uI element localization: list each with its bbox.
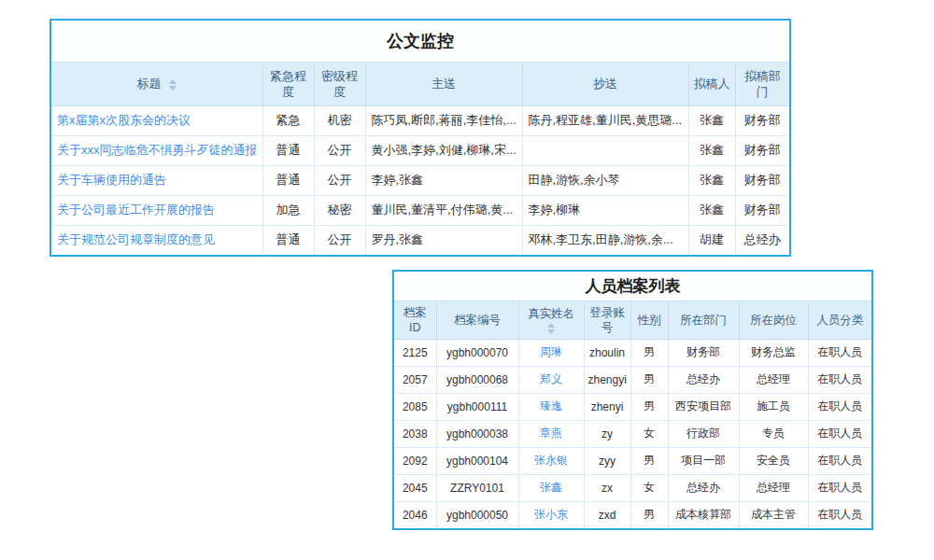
person-name-link[interactable]: 臻逸 [540,399,562,413]
draft-dept-cell: 总经办 [735,225,789,255]
col-header-title-label: 标题 [136,77,161,91]
table-row: 关于车辆使用的通告 普通 公开 李婷,张鑫 田静,游恢,余小琴 张鑫 财务部 [51,165,789,195]
doc-title-link[interactable]: 关于车辆使用的通告 [57,173,166,187]
table-row: 2125 ygbh000070 周琳 zhoulin 男 财务部 财务总监 在职… [394,339,871,366]
table-row: 关于公司最近工作开展的报告 加急 秘密 董川民,董清平,付伟璐,黄... 李婷,… [51,195,789,225]
secrecy-cell: 公开 [314,135,365,165]
category-cell: 在职人员 [808,420,871,447]
dept-cell: 总经办 [668,366,739,393]
person-name-link[interactable]: 郑义 [540,372,562,385]
col-header-dept: 所在部门 [668,301,739,339]
drafter-cell: 张鑫 [688,165,735,195]
doc-title-link[interactable]: 第x届第x次股东会的决议 [57,113,191,127]
doc-title-link[interactable]: 关于公司最近工作开展的报告 [57,203,215,217]
doc-title-cell: 关于规范公司规章制度的意见 [51,225,262,255]
doc-title-link[interactable]: 关于规范公司规章制度的意见 [57,232,215,246]
main-to-cell: 黄小强,李婷,刘健,柳琳,宋... [365,135,522,165]
doc-title-cell: 关于公司最近工作开展的报告 [51,195,262,225]
post-cell: 总经理 [739,474,808,501]
col-header-drafter: 拟稿人 [688,63,735,105]
archive-code-cell: ygbh000050 [436,501,518,528]
archive-id-cell: 2092 [394,447,436,474]
personnel-header-row: 档案ID 档案编号 真实姓名 登录账号 性别 所在部门 所在岗位 人员分类 [394,301,871,339]
table-row: 2046 ygbh000050 张小东 zxd 男 成本核算部 成本主管 在职人… [394,501,871,528]
gender-cell: 男 [630,393,668,420]
urgency-cell: 加急 [262,195,314,225]
person-name-link[interactable]: 周琳 [540,345,562,358]
archive-id-cell: 2085 [394,393,436,420]
drafter-cell: 张鑫 [688,105,735,135]
personnel-archive-title: 人员档案列表 [394,272,871,301]
col-header-cc: 抄送 [522,63,688,105]
account-cell: zhenyi [584,393,630,420]
person-name-link[interactable]: 章燕 [540,427,562,440]
account-cell: zxd [584,501,630,528]
sort-icon[interactable] [523,323,580,334]
category-cell: 在职人员 [808,447,871,474]
archive-code-cell: ygbh000070 [436,339,518,366]
cc-cell [522,135,688,165]
col-header-archive-code: 档案编号 [436,301,518,339]
cc-cell: 陈丹,程亚雄,董川民,黄思璐... [522,105,688,135]
gender-cell: 男 [630,366,668,393]
draft-dept-cell: 财务部 [735,195,789,225]
doc-header-row: 标题 紧急程度 密级程度 主送 抄送 拟稿人 拟稿部门 [51,63,789,105]
gender-cell: 女 [630,474,668,501]
table-row: 2085 ygbh000111 臻逸 zhenyi 男 西安项目部 施工员 在职… [394,393,871,420]
name-cell: 张小东 [518,501,584,528]
name-cell: 周琳 [518,339,584,366]
dept-cell: 项目一部 [668,447,739,474]
sort-icon[interactable] [169,79,177,91]
col-header-real-name-label: 真实姓名 [528,307,574,320]
table-row: 第x届第x次股东会的决议 紧急 机密 陈巧凤,断郎,蒋丽,李佳怡,... 陈丹,… [51,105,789,135]
archive-id-cell: 2046 [394,501,436,528]
dept-cell: 行政部 [668,420,739,447]
person-name-link[interactable]: 张小东 [534,508,568,521]
col-header-title[interactable]: 标题 [51,63,262,105]
account-cell: zx [584,474,630,501]
doc-title-cell: 关于车辆使用的通告 [51,165,262,195]
table-row: 2057 ygbh000068 郑义 zhengyi 男 总经办 总经理 在职人… [394,366,871,393]
col-header-urgency: 紧急程度 [262,63,314,105]
col-header-main-to: 主送 [365,63,522,105]
table-row: 2038 ygbh000038 章燕 zy 女 行政部 专员 在职人员 [394,420,871,447]
gender-cell: 女 [630,420,668,447]
col-header-gender: 性别 [630,301,668,339]
category-cell: 在职人员 [808,501,871,528]
name-cell: 章燕 [518,420,584,447]
col-header-real-name[interactable]: 真实姓名 [518,301,584,339]
table-row: 2092 ygbh000104 张永银 zyy 男 项目一部 安全员 在职人员 [394,447,871,474]
post-cell: 安全员 [739,447,808,474]
cc-cell: 李婷,柳琳 [522,195,688,225]
category-cell: 在职人员 [808,366,871,393]
drafter-cell: 张鑫 [688,135,735,165]
archive-id-cell: 2125 [394,339,436,366]
dept-cell: 西安项目部 [668,393,739,420]
name-cell: 臻逸 [518,393,584,420]
post-cell: 财务总监 [739,339,808,366]
draft-dept-cell: 财务部 [735,105,789,135]
archive-id-cell: 2038 [394,420,436,447]
drafter-cell: 胡建 [688,225,735,255]
doc-title-link[interactable]: 关于xxx同志临危不惧勇斗歹徒的通报 [57,143,258,157]
draft-dept-cell: 财务部 [735,165,789,195]
secrecy-cell: 秘密 [314,195,365,225]
secrecy-cell: 机密 [314,105,365,135]
personnel-archive-table: 档案ID 档案编号 真实姓名 登录账号 性别 所在部门 所在岗位 人员分类 21… [394,301,871,528]
archive-id-cell: 2057 [394,366,436,393]
person-name-link[interactable]: 张鑫 [540,481,562,494]
main-to-cell: 陈巧凤,断郎,蒋丽,李佳怡,... [365,105,522,135]
cc-cell: 邓林,李卫东,田静,游恢,余... [522,225,688,255]
category-cell: 在职人员 [808,393,871,420]
post-cell: 成本主管 [739,501,808,528]
doc-title-cell: 第x届第x次股东会的决议 [51,105,262,135]
post-cell: 总经理 [739,366,808,393]
doc-monitor-table: 标题 紧急程度 密级程度 主送 抄送 拟稿人 拟稿部门 第x届第x次股东会的决议… [51,63,789,255]
person-name-link[interactable]: 张永银 [534,454,568,467]
table-row: 2045 ZZRY0101 张鑫 zx 女 总经办 总经理 在职人员 [394,474,871,501]
dept-cell: 财务部 [668,339,739,366]
name-cell: 张永银 [518,447,584,474]
personnel-archive-panel: 人员档案列表 档案ID 档案编号 真实姓名 登录账号 性别 所在部门 所在岗位 … [392,270,873,530]
account-cell: zhoulin [584,339,630,366]
dept-cell: 成本核算部 [668,501,739,528]
